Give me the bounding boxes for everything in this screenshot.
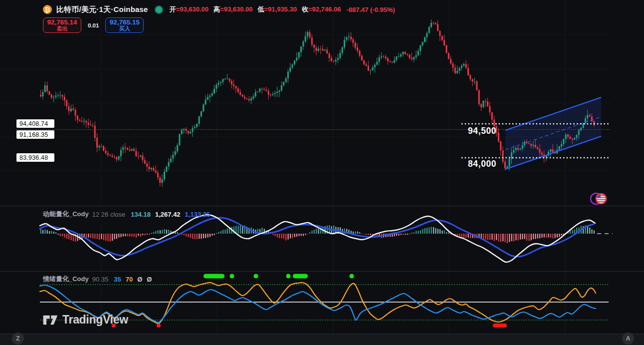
sell-label: 卖出 (57, 26, 68, 32)
spread-value: 0.01 (88, 22, 99, 28)
candlestick-series (40, 19, 595, 187)
economic-event-flag-icon[interactable] (590, 191, 609, 209)
momentum-indicator-params: 12 26 close (92, 211, 126, 218)
price-change: -887.47 (-0.95%) (346, 6, 395, 13)
momentum-indicator-title[interactable]: 动能量化_Cody (43, 210, 89, 219)
hotkey-hint-left[interactable]: Z (12, 333, 24, 345)
price-scale-label: 94,408.74 (16, 119, 54, 128)
buy-price: 92,765.15 (110, 19, 140, 26)
level-annotation-upper[interactable]: 94,500 (468, 126, 496, 136)
tradingview-logo-icon (43, 314, 58, 326)
ohlc-values: 开=93,630.00 高=93,630.00 低=91,935.30 收=92… (170, 5, 341, 14)
ohlc-open: 开=93,630.00 (170, 5, 209, 14)
momentum-signal-value: 1,133.25 (185, 211, 211, 218)
sentiment-indicator-values: 35 70 Ø Ø (114, 276, 152, 283)
sell-button[interactable]: 92,765.14 卖出 (43, 17, 81, 33)
chart-canvas[interactable] (0, 0, 644, 345)
bottom-toolbar (0, 334, 644, 345)
ohlc-close: 收=92,746.06 (302, 5, 341, 14)
ohlc-high: 高=93,630.00 (214, 5, 252, 14)
sentiment-blue-value: 35 (114, 276, 121, 283)
buy-label: 买入 (119, 26, 130, 32)
tradingview-watermark: TradingView (43, 313, 128, 327)
sentiment-orange-value: 70 (126, 276, 133, 283)
tradingview-chart-window: ₿ 比特币/美元·1天·Coinbase 开=93,630.00 高=93,63… (0, 0, 644, 345)
sentiment-null-value-1: Ø (137, 276, 142, 283)
sentiment-null-value-2: Ø (147, 276, 152, 283)
sentiment-indicator-params: 90 35 (92, 276, 109, 283)
price-scale-label: 83,936.48 (16, 153, 54, 162)
momentum-hist-value: 134.18 (131, 211, 151, 218)
momentum-indicator-header: 动能量化_Cody 12 26 close 134.18 1,267.42 1,… (43, 210, 210, 218)
sentiment-indicator-title[interactable]: 情绪量化_Cody (43, 275, 89, 284)
ohlc-low: 低=91,935.30 (258, 5, 297, 14)
data-status-icon[interactable] (155, 5, 163, 14)
sentiment-indicator-header: 情绪量化_Cody 90 35 35 70 Ø Ø (43, 275, 152, 283)
price-scale-label: 91,168.35 (16, 130, 54, 139)
momentum-macd-value: 1,267.42 (155, 211, 181, 218)
momentum-indicator-values: 134.18 1,267.42 1,133.25 (131, 211, 210, 218)
symbol-legend: ₿ 比特币/美元·1天·Coinbase 开=93,630.00 高=93,63… (43, 4, 395, 14)
trade-panel: 92,765.14 卖出 0.01 92,765.15 买入 (43, 17, 144, 33)
symbol-title[interactable]: 比特币/美元·1天·Coinbase (56, 5, 148, 14)
level-annotation-lower[interactable]: 84,000 (468, 159, 496, 169)
hotkey-hint-right[interactable]: A (622, 333, 634, 345)
watermark-text: TradingView (62, 313, 128, 327)
bitcoin-icon: ₿ (43, 5, 52, 14)
sell-price: 92,765.14 (47, 19, 77, 26)
buy-button[interactable]: 92,765.15 买入 (105, 17, 144, 33)
